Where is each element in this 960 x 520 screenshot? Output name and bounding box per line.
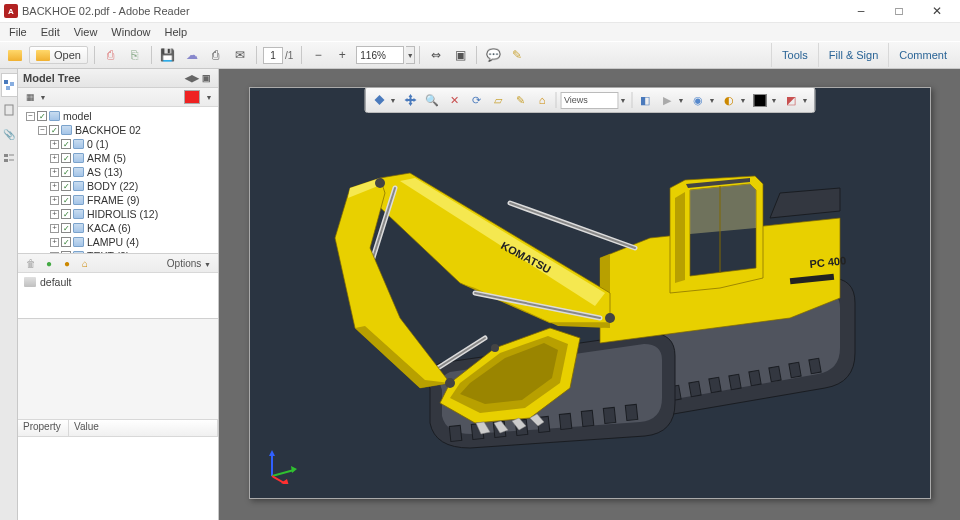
bg-dropdown[interactable]: ▼ [769, 90, 779, 110]
tree-expand-button[interactable]: ▦ [23, 90, 37, 104]
bookmarks-tab[interactable] [1, 147, 16, 169]
menu-file[interactable]: File [2, 24, 34, 40]
cross-section-button[interactable]: ◩ [781, 90, 801, 110]
expand-icon[interactable]: + [50, 140, 59, 149]
lighting-dropdown[interactable]: ▼ [738, 90, 748, 110]
col-property[interactable]: Property [18, 420, 69, 436]
menu-edit[interactable]: Edit [34, 24, 67, 40]
checkbox[interactable]: ✓ [61, 153, 71, 163]
recent-folder-button[interactable] [4, 44, 26, 66]
tree-node[interactable]: +✓0 (1) [22, 137, 218, 151]
expand-icon[interactable]: + [50, 168, 59, 177]
default-view-button[interactable]: ⟳ [466, 90, 486, 110]
collapse-icon[interactable]: − [26, 112, 35, 121]
views-dropdown[interactable]: ▼ [618, 90, 628, 110]
tree-node[interactable]: +✓HIDROLIS (12) [22, 207, 218, 221]
lighting-button[interactable]: ◐ [719, 90, 739, 110]
attachments-tab[interactable]: 📎 [1, 123, 16, 145]
zoom-in-button[interactable]: + [331, 44, 353, 66]
tree-node[interactable]: −✓BACKHOE 02 [22, 123, 218, 137]
model-tree[interactable]: −✓model−✓BACKHOE 02+✓0 (1)+✓ARM (5)+✓AS … [18, 107, 218, 253]
checkbox[interactable]: ✓ [37, 111, 47, 121]
cross-dropdown[interactable]: ▼ [800, 90, 810, 110]
tree-node[interactable]: −✓model [22, 109, 218, 123]
tree-node[interactable]: +✓AS (13) [22, 165, 218, 179]
col-value[interactable]: Value [69, 420, 218, 436]
views-combo[interactable]: Views [560, 92, 618, 109]
rotate-tool[interactable] [369, 90, 389, 110]
zoom-out-button[interactable]: − [307, 44, 329, 66]
rotate-dropdown[interactable]: ▼ [388, 90, 398, 110]
open-button[interactable]: Open [29, 46, 88, 64]
checkbox[interactable]: ✓ [61, 237, 71, 247]
print-button[interactable]: ⎙ [205, 44, 227, 66]
view-add-button[interactable]: ● [42, 256, 56, 270]
fit-page-button[interactable]: ▣ [449, 44, 471, 66]
zoom-tool[interactable]: 🔍 [422, 90, 442, 110]
excavator-model[interactable]: PC 400 KOMATSU [300, 128, 880, 458]
menu-view[interactable]: View [67, 24, 105, 40]
swatch-dropdown[interactable]: ▼ [205, 90, 213, 104]
expand-icon[interactable]: + [50, 238, 59, 247]
play-dropdown[interactable]: ▼ [676, 90, 686, 110]
tree-node[interactable]: +✓BODY (22) [22, 179, 218, 193]
view-delete-button[interactable]: 🗑 [24, 256, 38, 270]
views-list[interactable]: default [18, 273, 218, 318]
email-button[interactable]: ✉ [229, 44, 251, 66]
tree-expand-dropdown[interactable]: ▼ [39, 90, 47, 104]
tools-link[interactable]: Tools [771, 43, 818, 67]
save-button[interactable]: 💾 [157, 44, 179, 66]
view-dup-button[interactable]: ● [60, 256, 74, 270]
toggle-tree-button[interactable]: ◧ [635, 90, 655, 110]
panel-collapse-button[interactable]: ◀▶ [185, 71, 199, 85]
highlight-swatch[interactable] [184, 90, 200, 104]
fill-sign-link[interactable]: Fill & Sign [818, 43, 889, 67]
collapse-icon[interactable]: − [38, 126, 47, 135]
cloud-button[interactable]: ☁ [181, 44, 203, 66]
expand-icon[interactable]: + [50, 196, 59, 205]
zoom-value[interactable]: 116% [356, 46, 404, 64]
expand-icon[interactable]: + [50, 182, 59, 191]
render-dropdown[interactable]: ▼ [707, 90, 717, 110]
model-tree-tab[interactable] [1, 73, 17, 97]
expand-icon[interactable]: + [50, 210, 59, 219]
zoom-dropdown[interactable]: ▼ [406, 46, 415, 64]
bg-color-button[interactable] [750, 90, 770, 110]
close-button[interactable]: ✕ [918, 0, 956, 22]
minimize-button[interactable]: – [842, 0, 880, 22]
checkbox[interactable]: ✓ [61, 223, 71, 233]
home-button[interactable]: ⌂ [532, 90, 552, 110]
tree-node[interactable]: +✓FRAME (9) [22, 193, 218, 207]
fit-width-button[interactable]: ⇔ [425, 44, 447, 66]
highlight-button[interactable]: ✎ [506, 44, 528, 66]
options-button[interactable]: Options ▼ [164, 258, 214, 269]
tree-node[interactable]: +✓ARM (5) [22, 151, 218, 165]
checkbox[interactable]: ✓ [49, 125, 59, 135]
view-home-button[interactable]: ⌂ [78, 256, 92, 270]
menu-help[interactable]: Help [157, 24, 194, 40]
thumbnails-tab[interactable] [1, 99, 16, 121]
comment-link[interactable]: Comment [888, 43, 957, 67]
checkbox[interactable]: ✓ [61, 139, 71, 149]
panel-close-button[interactable]: ▣ [199, 71, 213, 85]
measure-tool[interactable]: ✕ [444, 90, 464, 110]
expand-icon[interactable]: + [50, 154, 59, 163]
checkbox[interactable]: ✓ [61, 195, 71, 205]
menu-window[interactable]: Window [104, 24, 157, 40]
maximize-button[interactable]: □ [880, 0, 918, 22]
play-button[interactable]: ▱ [488, 90, 508, 110]
pan-tool[interactable] [400, 90, 420, 110]
checkbox[interactable]: ✓ [61, 181, 71, 191]
convert-pdf-button[interactable]: ⎙ [100, 44, 122, 66]
tree-node[interactable]: +✓LAMPU (4) [22, 235, 218, 249]
comment-button[interactable]: 💬 [482, 44, 504, 66]
comment-3d-button[interactable]: ✎ [510, 90, 530, 110]
page-input[interactable] [263, 47, 283, 64]
checkbox[interactable]: ✓ [61, 167, 71, 177]
play-anim-button[interactable]: ▶ [657, 90, 677, 110]
checkbox[interactable]: ✓ [61, 209, 71, 219]
tree-node[interactable]: +✓KACA (6) [22, 221, 218, 235]
render-mode-button[interactable]: ◉ [688, 90, 708, 110]
pdf-3d-page[interactable]: ▼ 🔍 ✕ ⟳ ▱ ✎ ⌂ Views ▼ ◧ ▶ ▼ ◉ ▼ ◐ ▼ [249, 87, 931, 499]
document-viewport[interactable]: ▼ 🔍 ✕ ⟳ ▱ ✎ ⌂ Views ▼ ◧ ▶ ▼ ◉ ▼ ◐ ▼ [219, 69, 960, 520]
